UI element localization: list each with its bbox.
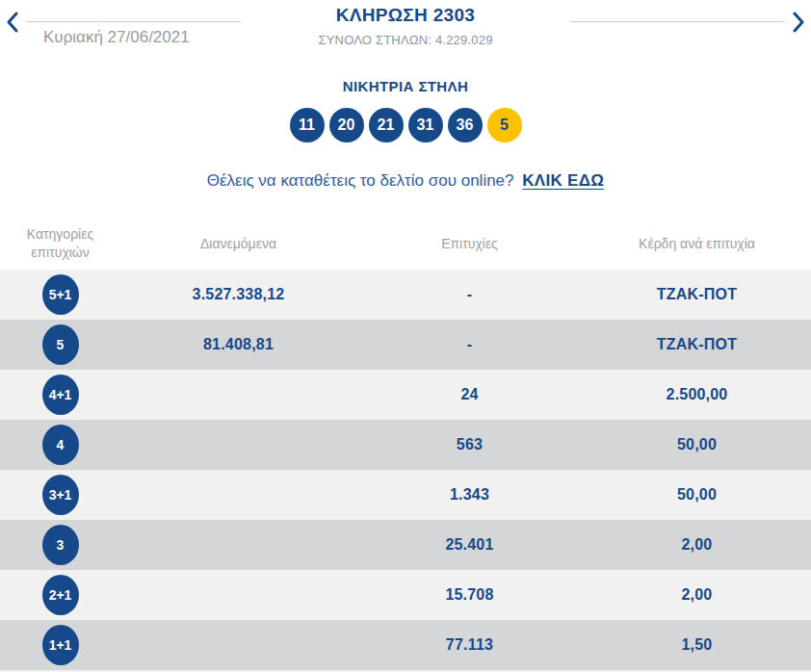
wins-value: 24 xyxy=(356,386,583,403)
next-draw-button[interactable] xyxy=(788,12,809,35)
category-badge: 3+1 xyxy=(42,475,79,515)
wins-value: 563 xyxy=(356,436,583,453)
prize-value: 2,00 xyxy=(583,536,811,554)
category-label: 5+1 xyxy=(49,287,72,302)
category-badge: 3 xyxy=(42,525,79,565)
prev-draw-button[interactable] xyxy=(2,12,23,35)
prize-value: 50,00 xyxy=(583,436,811,453)
category-badge: 4+1 xyxy=(42,375,79,415)
chevron-left-icon xyxy=(6,12,19,36)
chevron-right-icon xyxy=(792,12,805,36)
category-badge: 5 xyxy=(42,324,79,365)
results-table: Κατηγορίες επιτυχιών Διανεμόμενα Επιτυχί… xyxy=(0,218,811,672)
table-row: 5+1 3.527.338,12 - ΤΖΑΚ-ΠΟΤ xyxy=(0,270,811,320)
distributed-value: 3.527.338,12 xyxy=(120,286,356,303)
category-label: 5 xyxy=(57,337,65,352)
winning-number: 31 xyxy=(408,108,443,142)
category-label: 1+1 xyxy=(49,637,72,653)
tzoker-draw-results-page: ΚΛΗΡΩΣΗ 2303 ΣΥΝΟΛΟ ΣΤΗΛΩΝ: 4.229.029 Κυ… xyxy=(0,0,811,672)
column-header-wins: Επιτυχίες xyxy=(356,235,583,253)
winning-number: 20 xyxy=(329,108,364,142)
winning-number: 11 xyxy=(290,108,325,142)
category-label: 4 xyxy=(57,437,65,452)
winning-numbers: 11 20 21 31 36 5 xyxy=(0,108,811,142)
header-divider-right xyxy=(570,21,785,22)
table-header-row: Κατηγορίες επιτυχιών Διανεμόμενα Επιτυχί… xyxy=(0,218,811,270)
column-header-categories: Κατηγορίες επιτυχιών xyxy=(0,225,120,262)
category-badge: 5+1 xyxy=(42,274,79,315)
wins-value: 15.708 xyxy=(356,586,583,604)
table-row: 2+1 15.708 2,00 xyxy=(0,570,811,620)
prize-value: 2.500,00 xyxy=(583,386,811,403)
category-label: 2+1 xyxy=(49,587,72,603)
winning-column-label: ΝΙΚΗΤΡΙΑ ΣΤΗΛΗ xyxy=(0,79,811,93)
wins-value: - xyxy=(356,336,583,353)
winning-number: 21 xyxy=(369,108,404,142)
prize-value: 1,50 xyxy=(583,636,811,654)
header-divider-left xyxy=(26,21,241,22)
wins-value: - xyxy=(356,286,583,303)
category-label: 3 xyxy=(57,537,65,553)
wins-value: 25.401 xyxy=(356,536,583,554)
table-row: 3 25.401 2,00 xyxy=(0,520,811,570)
wins-value: 77.113 xyxy=(356,636,583,654)
table-row: 3+1 1.343 50,00 xyxy=(0,470,811,520)
distributed-value: 81.408,81 xyxy=(120,336,356,353)
cta-link[interactable]: ΚΛΙΚ ΕΔΩ xyxy=(522,171,604,190)
prize-value: ΤΖΑΚ-ΠΟΤ xyxy=(583,336,811,353)
category-badge: 4 xyxy=(42,425,79,465)
cta-text: Θέλεις να καταθέτεις το δελτίο σου onlin… xyxy=(207,171,514,190)
column-header-label: Κατηγορίες επιτυχιών xyxy=(16,225,105,262)
category-badge: 1+1 xyxy=(42,625,79,665)
joker-number: 5 xyxy=(487,108,522,142)
column-header-prize: Κέρδη ανά επιτυχία xyxy=(583,235,811,253)
prize-value: ΤΖΑΚ-ΠΟΤ xyxy=(583,286,811,303)
wins-value: 1.343 xyxy=(356,486,583,504)
column-header-distributed: Διανεμόμενα xyxy=(120,235,356,253)
category-badge: 2+1 xyxy=(42,575,79,615)
table-row: 5 81.408,81 - ΤΖΑΚ-ΠΟΤ xyxy=(0,320,811,370)
prize-value: 50,00 xyxy=(583,486,811,504)
table-row: 4 563 50,00 xyxy=(0,420,811,470)
winning-number: 36 xyxy=(448,108,483,142)
category-label: 4+1 xyxy=(49,387,72,402)
category-label: 3+1 xyxy=(49,487,72,503)
online-cta: Θέλεις να καταθέτεις το δελτίο σου onlin… xyxy=(0,171,811,191)
table-row: 1+1 77.113 1,50 xyxy=(0,620,811,670)
draw-header: ΚΛΗΡΩΣΗ 2303 ΣΥΝΟΛΟ ΣΤΗΛΩΝ: 4.229.029 Κυ… xyxy=(0,0,811,58)
table-row: 4+1 24 2.500,00 xyxy=(0,370,811,420)
draw-date: Κυριακή 27/06/2021 xyxy=(43,28,190,47)
prize-value: 2,00 xyxy=(583,586,811,604)
